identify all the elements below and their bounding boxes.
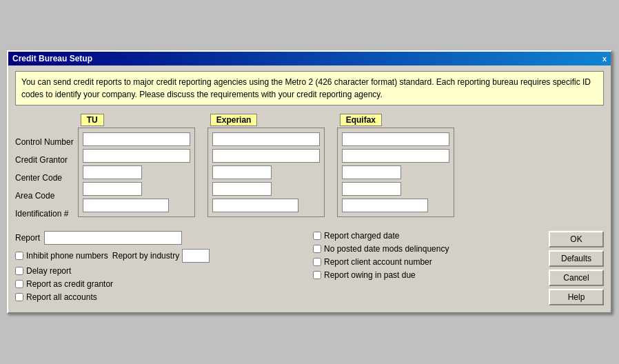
- checkbox-owing-past-due-label: Report owing in past due: [324, 270, 416, 280]
- checkbox-charged-date-row: Report charged date: [313, 231, 549, 241]
- ok-button[interactable]: OK: [549, 231, 604, 247]
- label-identification: Identification #: [15, 205, 78, 223]
- experian-area-code[interactable]: [212, 182, 272, 196]
- report-row: Report: [15, 231, 306, 245]
- defaults-button[interactable]: Defaults: [549, 250, 604, 267]
- row-labels: Control Number Credit Grantor Center Cod…: [15, 114, 78, 223]
- info-box: You can send credit reports to major cre…: [15, 71, 604, 105]
- title-bar: Credit Bureau Setup x: [8, 52, 611, 65]
- right-checkboxes: Report charged date No posted date mods …: [313, 231, 549, 283]
- checkbox-inhibit-label: Inhibit phone numbers: [26, 251, 108, 261]
- dialog-window: Credit Bureau Setup x You can send credi…: [7, 50, 612, 314]
- equifax-area-code[interactable]: [342, 182, 401, 196]
- experian-credit-grantor[interactable]: [212, 149, 320, 163]
- checkbox-delay[interactable]: [15, 267, 23, 275]
- bureau-box-equifax: [337, 128, 454, 217]
- dialog-title: Credit Bureau Setup: [12, 54, 92, 63]
- checkbox-no-posted-row: No posted date mods delinquency: [313, 244, 549, 254]
- bureau-box-tu: [78, 128, 195, 217]
- bureau-header-equifax: Equifax: [340, 114, 382, 126]
- checkbox-inhibit-phone[interactable]: [15, 252, 23, 260]
- help-button[interactable]: Help: [549, 289, 604, 305]
- left-bottom-col: Report Inhibit phone numbers Report by i…: [15, 231, 313, 305]
- report-label: Report: [15, 233, 40, 243]
- experian-control-number[interactable]: [212, 132, 320, 146]
- equifax-control-number[interactable]: [342, 132, 449, 146]
- checkbox-credit-grantor[interactable]: [15, 280, 23, 288]
- label-area-code: Area Code: [15, 187, 78, 205]
- dialog-body: You can send credit reports to major cre…: [8, 65, 611, 312]
- checkbox-delay-row: Delay report: [15, 266, 306, 276]
- tu-area-code[interactable]: [83, 182, 142, 196]
- checkbox-credit-grantor-label: Report as credit grantor: [26, 279, 113, 289]
- checkbox-client-account-label: Report client account number: [324, 257, 432, 267]
- bureau-col-experian: Experian: [207, 114, 325, 217]
- checkbox-all-accounts[interactable]: [15, 293, 23, 301]
- info-text: You can send credit reports to major cre…: [21, 77, 591, 99]
- tu-center-code[interactable]: [83, 165, 142, 179]
- right-bottom-col: Report charged date No posted date mods …: [313, 231, 604, 305]
- checkbox-no-posted[interactable]: [313, 245, 321, 253]
- bottom-section: Report Inhibit phone numbers Report by i…: [15, 231, 604, 305]
- industry-input[interactable]: [182, 249, 210, 263]
- checkbox-credit-grantor-row: Report as credit grantor: [15, 279, 306, 289]
- checkbox-inhibit-row: Inhibit phone numbers Report by industry: [15, 249, 306, 263]
- equifax-credit-grantor[interactable]: [342, 149, 449, 163]
- buttons-col: OK Defaults Cancel Help: [549, 231, 604, 305]
- checkbox-owing-past-due-row: Report owing in past due: [313, 270, 549, 280]
- label-control-number: Control Number: [15, 133, 78, 151]
- close-button[interactable]: x: [602, 54, 607, 63]
- label-credit-grantor: Credit Grantor: [15, 151, 78, 169]
- checkbox-client-account[interactable]: [313, 258, 321, 266]
- bureau-col-equifax: Equifax: [337, 114, 454, 217]
- checkbox-delay-label: Delay report: [26, 266, 71, 276]
- equifax-center-code[interactable]: [342, 165, 401, 179]
- checkbox-all-accounts-label: Report all accounts: [26, 292, 97, 302]
- checkbox-client-account-row: Report client account number: [313, 257, 549, 267]
- checkbox-charged-date[interactable]: [313, 232, 321, 240]
- report-input[interactable]: [44, 231, 182, 245]
- bureau-header-tu: TU: [81, 114, 104, 126]
- cancel-button[interactable]: Cancel: [549, 270, 604, 286]
- bureau-box-experian: [207, 128, 325, 217]
- checkbox-all-accounts-row: Report all accounts: [15, 292, 306, 302]
- checkbox-no-posted-label: No posted date mods delinquency: [324, 244, 449, 254]
- tu-control-number[interactable]: [83, 132, 190, 146]
- experian-identification[interactable]: [212, 199, 298, 212]
- bureau-header-experian: Experian: [210, 114, 258, 126]
- tu-credit-grantor[interactable]: [83, 149, 190, 163]
- bureau-col-tu: TU: [78, 114, 195, 217]
- experian-center-code[interactable]: [212, 165, 272, 179]
- report-by-industry-label: Report by industry: [112, 251, 179, 261]
- equifax-identification[interactable]: [342, 199, 428, 212]
- checkbox-owing-past-due[interactable]: [313, 271, 321, 279]
- checkbox-charged-date-label: Report charged date: [324, 231, 399, 241]
- tu-identification[interactable]: [83, 199, 169, 212]
- label-center-code: Center Code: [15, 169, 78, 187]
